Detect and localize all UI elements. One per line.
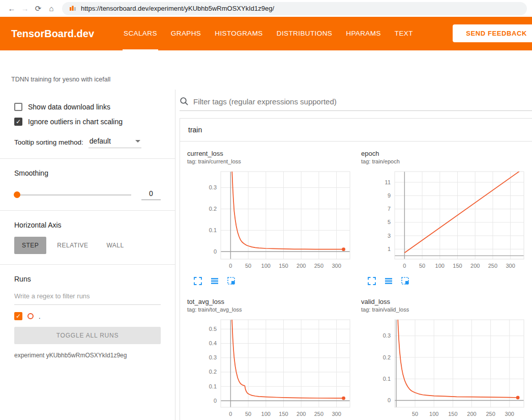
fit-domain-icon[interactable] [227, 276, 236, 286]
show-download-links-label: Show data download links [28, 103, 110, 111]
chart-svg: 00.10.20.30.40.5050100150200250300 [187, 317, 355, 420]
svg-text:200: 200 [297, 411, 306, 417]
search-icon [180, 97, 189, 106]
toggle-all-runs-button[interactable]: TOGGLE ALL RUNS [14, 327, 161, 344]
chart-svg: 00.10.20.3050100150200250300 [187, 169, 355, 273]
smoothing-label: Smoothing [14, 169, 161, 177]
show-download-links-checkbox[interactable] [14, 103, 22, 111]
filter-tags-input[interactable] [193, 97, 532, 106]
chart-title: valid_loss [361, 298, 532, 305]
svg-text:0: 0 [229, 411, 232, 417]
show-download-links-row: Show data download links [14, 103, 161, 111]
svg-text:150: 150 [453, 263, 462, 269]
axis-step-button[interactable]: STEP [14, 237, 46, 254]
data-series-icon[interactable] [210, 276, 219, 286]
runs-label: Runs [14, 275, 161, 283]
chart-title: current_loss [187, 150, 361, 157]
expand-chart-icon[interactable] [193, 276, 202, 286]
svg-text:50: 50 [412, 411, 418, 417]
chevron-down-icon [135, 140, 140, 143]
svg-text:250: 250 [486, 411, 495, 417]
svg-text:150: 150 [279, 263, 288, 269]
svg-text:250: 250 [488, 263, 497, 269]
settings-sidebar: Show data download links Ignore outliers… [0, 90, 175, 420]
chart-tag: tag: train/current_loss [187, 158, 361, 164]
svg-text:150: 150 [448, 411, 457, 417]
app-logo: TensorBoard.dev [11, 28, 94, 40]
runs-filter-input[interactable] [14, 288, 161, 305]
filter-tags-row [180, 97, 532, 111]
svg-text:0.3: 0.3 [383, 332, 391, 339]
chart-title: epoch [361, 150, 532, 157]
tab-hparams[interactable]: HPARAMS [345, 17, 382, 50]
reload-icon[interactable]: ⟳ [32, 0, 45, 17]
svg-text:100: 100 [435, 263, 445, 269]
tab-histograms[interactable]: HISTOGRAMS [214, 17, 264, 50]
chart-title: tot_avg_loss [187, 298, 361, 305]
train-group-card: train current_loss tag: train/current_lo… [180, 118, 532, 420]
chart-svg: 00.10.20.350100150200250300 [361, 317, 529, 420]
svg-text:0.2: 0.2 [209, 206, 217, 212]
send-feedback-button[interactable]: SEND FEEDBACK [453, 24, 532, 42]
smoothing-slider[interactable] [14, 194, 131, 195]
content: Show data download links Ignore outliers… [0, 90, 532, 420]
svg-text:100: 100 [261, 263, 271, 269]
address-bar[interactable]: https://tensorboard.dev/experiment/yKUbh… [62, 2, 527, 15]
home-icon[interactable]: ⌂ [45, 0, 58, 17]
chart-toolbar [361, 276, 532, 286]
smoothing-slider-thumb[interactable] [14, 191, 20, 198]
svg-text:100: 100 [261, 411, 271, 417]
svg-text:0.5: 0.5 [209, 326, 217, 332]
svg-text:0.1: 0.1 [209, 383, 217, 389]
line-chart[interactable]: 00.10.20.350100150200250300 [361, 317, 529, 420]
tooltip-sorting-value: default [90, 137, 111, 145]
svg-text:50: 50 [245, 411, 251, 417]
tab-distributions[interactable]: DISTRIBUTIONS [276, 17, 333, 50]
tooltip-sorting-dropdown[interactable]: default [88, 137, 141, 148]
browser-toolbar: ← → ⟳ ⌂ https://tensorboard.dev/experime… [0, 0, 532, 17]
svg-text:50: 50 [245, 263, 251, 269]
smoothing-value: 0 [141, 189, 161, 200]
app-header: TensorBoard.dev SCALARS GRAPHS HISTOGRAM… [0, 17, 532, 50]
svg-text:200: 200 [467, 411, 476, 417]
ignore-outliers-row: Ignore outliers in chart scaling [14, 118, 161, 126]
svg-text:0: 0 [403, 263, 406, 269]
divider [0, 158, 175, 159]
svg-text:0: 0 [214, 398, 217, 404]
expand-chart-icon[interactable] [367, 276, 376, 286]
axis-relative-button[interactable]: RELATIVE [49, 237, 96, 254]
line-chart[interactable]: 1357911050100150200250300 [361, 169, 529, 273]
svg-text:300: 300 [332, 411, 341, 417]
svg-text:300: 300 [505, 411, 514, 417]
tooltip-sorting-label: Tooltip sorting method: [14, 138, 83, 148]
ignore-outliers-checkbox[interactable] [14, 118, 22, 126]
svg-text:0.3: 0.3 [209, 184, 217, 190]
svg-text:3: 3 [388, 233, 391, 239]
svg-text:0.2: 0.2 [209, 369, 217, 375]
svg-text:250: 250 [314, 411, 323, 417]
svg-text:9: 9 [388, 192, 391, 199]
tab-scalars[interactable]: SCALARS [123, 17, 158, 50]
tab-text[interactable]: TEXT [394, 17, 414, 50]
axis-wall-button[interactable]: WALL [99, 237, 131, 254]
line-chart[interactable]: 00.10.20.3050100150200250300 [187, 169, 355, 273]
chart-svg: 1357911050100150200250300 [361, 169, 529, 273]
tooltip-sorting-row: Tooltip sorting method: default [14, 137, 161, 148]
fit-domain-icon[interactable] [401, 276, 410, 286]
svg-text:50: 50 [419, 263, 425, 269]
run-checkbox[interactable] [14, 312, 22, 320]
svg-text:1: 1 [388, 246, 391, 252]
tab-graphs[interactable]: GRAPHS [170, 17, 202, 50]
subheader: TDNN training for yesno with icefall [0, 50, 532, 90]
charts-grid: current_loss tag: train/current_loss 00.… [180, 142, 532, 420]
ignore-outliers-label: Ignore outliers in chart scaling [28, 118, 123, 126]
line-chart[interactable]: 00.10.20.30.40.5050100150200250300 [187, 317, 355, 420]
svg-text:0.2: 0.2 [383, 354, 391, 360]
main-nav: SCALARS GRAPHS HISTOGRAMS DISTRIBUTIONS … [123, 17, 414, 50]
forward-icon[interactable]: → [18, 0, 32, 17]
svg-text:200: 200 [470, 263, 480, 269]
smoothing-slider-row: 0 [14, 189, 161, 200]
data-series-icon[interactable] [384, 276, 393, 286]
chart-toolbar [187, 276, 361, 286]
back-icon[interactable]: ← [5, 0, 18, 17]
